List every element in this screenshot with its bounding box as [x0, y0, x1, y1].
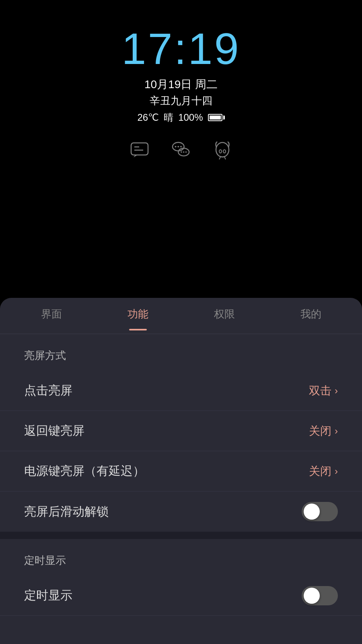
sms-icon[interactable] — [130, 140, 149, 159]
settings-item-timed-display[interactable]: 定时显示 — [0, 576, 362, 616]
tap-screen-value: 双击 — [309, 383, 331, 398]
back-key-value: 关闭 — [309, 423, 331, 439]
svg-rect-0 — [131, 143, 148, 155]
svg-point-13 — [219, 150, 222, 153]
section-header-timed: 定时显示 — [0, 539, 362, 576]
battery-icon — [208, 114, 225, 121]
weather-temp: 26℃ — [137, 112, 159, 123]
section-divider — [0, 532, 362, 539]
timed-display-toggle[interactable] — [302, 586, 338, 605]
notification-icons — [130, 140, 232, 159]
qq-icon[interactable] — [213, 140, 232, 159]
weather-condition: 晴 — [164, 111, 173, 124]
tab-mine[interactable]: 我的 — [267, 298, 354, 334]
toggle-knob — [304, 504, 320, 520]
svg-point-6 — [177, 146, 179, 147]
back-key-chevron: › — [335, 425, 338, 437]
svg-point-9 — [181, 151, 182, 153]
slide-unlock-toggle[interactable] — [302, 502, 338, 521]
tab-interface[interactable]: 界面 — [8, 298, 95, 334]
tab-bar: 界面 功能 权限 我的 — [0, 298, 362, 334]
svg-point-11 — [185, 151, 187, 153]
settings-list: 亮屏方式 点击亮屏 双击 › 返回键亮屏 关闭 › 电源键亮屏（有延迟） 关闭 … — [0, 334, 362, 616]
date-line2: 辛丑九月十四 — [150, 94, 212, 108]
settings-item-power-key[interactable]: 电源键亮屏（有延迟） 关闭 › — [0, 451, 362, 491]
tap-screen-chevron: › — [335, 385, 338, 396]
svg-point-14 — [223, 150, 226, 153]
tab-permission[interactable]: 权限 — [181, 298, 267, 334]
lockscreen: 17:19 10月19日 周二 辛丑九月十四 26℃ 晴 100% — [0, 0, 362, 306]
power-key-chevron: › — [335, 466, 338, 477]
svg-point-10 — [183, 151, 184, 153]
svg-point-7 — [180, 146, 182, 147]
svg-line-15 — [219, 157, 220, 159]
status-line: 26℃ 晴 100% — [137, 111, 224, 124]
tab-active-indicator — [129, 329, 147, 330]
battery-percent: 100% — [178, 112, 203, 123]
settings-item-tap-screen[interactable]: 点击亮屏 双击 › — [0, 371, 362, 411]
wechat-icon[interactable] — [171, 140, 191, 159]
svg-line-16 — [224, 157, 226, 159]
svg-point-12 — [216, 142, 229, 157]
power-key-value: 关闭 — [309, 464, 331, 479]
svg-point-5 — [175, 146, 177, 147]
date-line1: 10月19日 周二 — [144, 77, 218, 92]
tab-function[interactable]: 功能 — [95, 298, 181, 334]
settings-item-back-key[interactable]: 返回键亮屏 关闭 › — [0, 411, 362, 451]
section-header-brightness: 亮屏方式 — [0, 334, 362, 371]
bottom-panel: 界面 功能 权限 我的 亮屏方式 点击亮屏 双击 › 返回键亮屏 — [0, 298, 362, 644]
timed-display-toggle-knob — [304, 588, 320, 604]
settings-item-slide-unlock[interactable]: 亮屏后滑动解锁 — [0, 491, 362, 532]
clock-display: 17:19 — [121, 24, 240, 73]
